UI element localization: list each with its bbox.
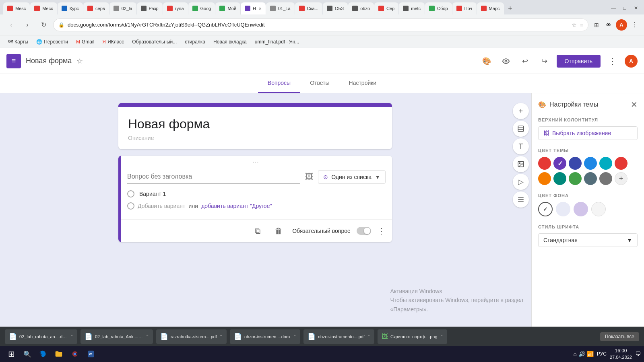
tab-t13[interactable]: ОБЗ bbox=[323, 2, 348, 14]
download-item-1[interactable]: 📄 02_lab_rabota_an....docx ⌃ bbox=[5, 329, 77, 344]
tray-icon-1[interactable]: ⌂ bbox=[573, 351, 576, 357]
tab-t6[interactable]: Разр bbox=[137, 2, 163, 14]
tab-settings[interactable]: Настройки bbox=[339, 74, 386, 93]
download-caret-3[interactable]: ⌃ bbox=[219, 334, 223, 339]
drag-handle[interactable]: ⋯ bbox=[121, 156, 392, 167]
tab-t11[interactable]: 01_La bbox=[266, 2, 295, 14]
favorite-star-icon[interactable]: ☆ bbox=[76, 57, 83, 66]
add-image-button[interactable] bbox=[513, 156, 529, 172]
tab-t9[interactable]: Мой bbox=[215, 2, 240, 14]
download-caret-6[interactable]: ⌃ bbox=[440, 334, 443, 339]
color-swatch-red2[interactable] bbox=[615, 157, 627, 170]
close-button[interactable]: ✕ bbox=[631, 3, 641, 13]
add-other-link[interactable]: добавить вариант "Другое" bbox=[201, 203, 272, 209]
theme-panel-close-button[interactable]: ✕ bbox=[631, 100, 638, 109]
color-swatch-green[interactable] bbox=[569, 172, 582, 185]
app-menu-icon[interactable]: ≡ bbox=[6, 54, 21, 68]
bg-swatch-lavender[interactable] bbox=[556, 202, 570, 216]
tab-t8[interactable]: Goog bbox=[188, 2, 215, 14]
maximize-button[interactable]: □ bbox=[620, 3, 630, 13]
tab-t16[interactable]: metс bbox=[399, 2, 425, 14]
more-options-button[interactable]: ⋮ bbox=[605, 54, 620, 68]
bookmark-umm[interactable]: umm_final.pdf · Ян... bbox=[252, 37, 303, 47]
download-item-4[interactable]: 📄 obzor-instrumen....docx ⌃ bbox=[230, 329, 300, 344]
bookmark-stiralka[interactable]: стиралка bbox=[182, 37, 208, 47]
download-item-2[interactable]: 📄 02_lab_rabota_Ank....pdf ⌃ bbox=[80, 329, 153, 344]
add-video-button[interactable]: ▷ bbox=[513, 174, 529, 190]
tab-t5[interactable]: 02_la bbox=[109, 2, 136, 14]
download-item-5[interactable]: 📄 obzor-instrumento....pdf ⌃ bbox=[303, 329, 374, 344]
tab-t3[interactable]: Курс bbox=[58, 2, 83, 14]
color-swatch-red[interactable] bbox=[538, 157, 551, 170]
tab-t2[interactable]: Месс bbox=[30, 2, 57, 14]
import-questions-button[interactable] bbox=[513, 121, 529, 137]
download-item-6[interactable]: 🖼 Скриншот портф....png ⌃ bbox=[378, 329, 447, 344]
download-caret-1[interactable]: ⌃ bbox=[70, 334, 73, 339]
back-button[interactable]: ‹ bbox=[5, 19, 18, 31]
form-description[interactable]: Описание bbox=[128, 135, 382, 141]
taskbar-app-explorer[interactable] bbox=[52, 347, 66, 361]
download-caret-5[interactable]: ⌃ bbox=[367, 334, 370, 339]
taskbar-clock[interactable]: 16:00 27.04.2022 bbox=[610, 348, 632, 360]
undo-icon[interactable]: ↩ bbox=[518, 54, 533, 68]
question-more-button[interactable]: ⋮ bbox=[378, 226, 386, 236]
question-type-select[interactable]: ⊙ Один из списка ▼ bbox=[318, 170, 386, 184]
delete-icon[interactable]: 🗑 bbox=[271, 224, 286, 238]
download-caret-4[interactable]: ⌃ bbox=[293, 334, 296, 339]
font-style-select[interactable]: Стандартная ▼ bbox=[538, 233, 638, 247]
bookmark-yaklass[interactable]: Я ЯКласс bbox=[99, 37, 127, 47]
color-swatch-purple[interactable]: ✓ bbox=[553, 157, 566, 170]
question-title-input[interactable] bbox=[127, 170, 300, 184]
download-caret-2[interactable]: ⌃ bbox=[146, 334, 149, 339]
tab-t19[interactable]: Марс bbox=[477, 2, 504, 14]
required-toggle[interactable] bbox=[357, 227, 371, 235]
bookmark-educational[interactable]: Образовательный... bbox=[129, 37, 180, 47]
user-avatar[interactable]: A bbox=[625, 55, 638, 68]
taskbar-app-edge[interactable] bbox=[35, 347, 50, 361]
taskbar-search-button[interactable]: 🔍 bbox=[21, 348, 34, 360]
color-swatch-cyan[interactable] bbox=[599, 157, 612, 170]
color-swatch-indigo[interactable] bbox=[569, 157, 582, 170]
bg-swatch-white[interactable]: ✓ bbox=[538, 202, 553, 216]
tab-t7[interactable]: гула bbox=[163, 2, 188, 14]
notification-icon[interactable]: 🗨 bbox=[635, 351, 641, 357]
duplicate-icon[interactable]: ⧉ bbox=[250, 224, 265, 238]
browser-menu-button[interactable]: ⋮ bbox=[630, 20, 639, 30]
bookmark-star-icon[interactable]: ☆ bbox=[572, 22, 577, 28]
extension-icon-1[interactable]: ⊞ bbox=[592, 20, 601, 30]
new-tab-button[interactable]: + bbox=[504, 2, 516, 14]
bookmark-gmail[interactable]: M Gmail bbox=[73, 37, 97, 47]
redo-icon[interactable]: ↪ bbox=[537, 54, 552, 68]
add-title-button[interactable]: T bbox=[513, 138, 529, 154]
tab-questions[interactable]: Вопросы bbox=[258, 74, 300, 93]
tab-answers[interactable]: Ответы bbox=[300, 74, 339, 93]
palette-icon[interactable]: 🎨 bbox=[479, 54, 494, 68]
add-section-button[interactable] bbox=[513, 191, 529, 208]
tab-search-icon[interactable]: ≡ bbox=[580, 22, 583, 28]
tab-t17[interactable]: Сбор bbox=[425, 2, 452, 14]
color-swatch-teal[interactable] bbox=[553, 172, 566, 185]
color-swatch-blue[interactable] bbox=[584, 157, 597, 170]
add-question-button[interactable]: + bbox=[513, 103, 529, 119]
color-swatch-grey[interactable] bbox=[599, 172, 612, 185]
bg-swatch-lightpurple[interactable] bbox=[574, 202, 588, 216]
preview-icon[interactable] bbox=[499, 54, 513, 68]
show-all-downloads-button[interactable]: Показать все bbox=[600, 332, 639, 341]
bookmark-translate[interactable]: 🌐 Перевести bbox=[33, 37, 71, 47]
tab-close-t10[interactable]: ✕ bbox=[258, 6, 262, 11]
download-item-3[interactable]: 📄 razrabotka-sistem....pdf ⌃ bbox=[156, 329, 227, 344]
reload-button[interactable]: ↻ bbox=[37, 19, 50, 31]
color-swatch-custom[interactable]: + bbox=[615, 172, 627, 185]
tab-t15[interactable]: Сер bbox=[374, 2, 398, 14]
add-image-icon[interactable]: 🖼 bbox=[305, 172, 313, 181]
forward-button[interactable]: › bbox=[21, 19, 34, 31]
color-swatch-orange[interactable] bbox=[538, 172, 551, 185]
tab-t1[interactable]: Mesс bbox=[3, 2, 30, 14]
tab-t10[interactable]: Н ✕ bbox=[241, 2, 266, 14]
start-button[interactable]: ⊞ bbox=[3, 346, 19, 362]
tab-t14[interactable]: obzo bbox=[348, 2, 374, 14]
tray-icon-2[interactable]: 🔊 bbox=[578, 351, 585, 357]
taskbar-app-chrome[interactable] bbox=[68, 347, 82, 361]
add-option-text[interactable]: Добавить вариант bbox=[138, 203, 185, 209]
color-swatch-bluegrey[interactable] bbox=[584, 172, 597, 185]
